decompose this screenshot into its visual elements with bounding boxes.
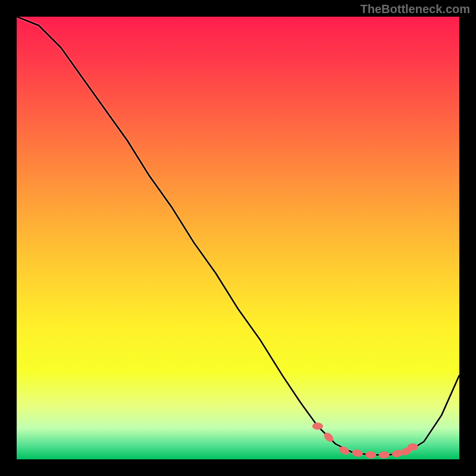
chart-plot-area xyxy=(17,17,459,459)
curve-marker xyxy=(378,451,390,459)
watermark-text: TheBottleneck.com xyxy=(361,2,470,16)
curve-marker xyxy=(408,443,418,450)
curve-marker xyxy=(352,449,364,458)
bottleneck-curve xyxy=(17,17,459,455)
chart-svg xyxy=(17,17,459,459)
curve-glow xyxy=(17,17,459,455)
curve-marker xyxy=(312,422,323,430)
curve-marker xyxy=(365,451,377,459)
